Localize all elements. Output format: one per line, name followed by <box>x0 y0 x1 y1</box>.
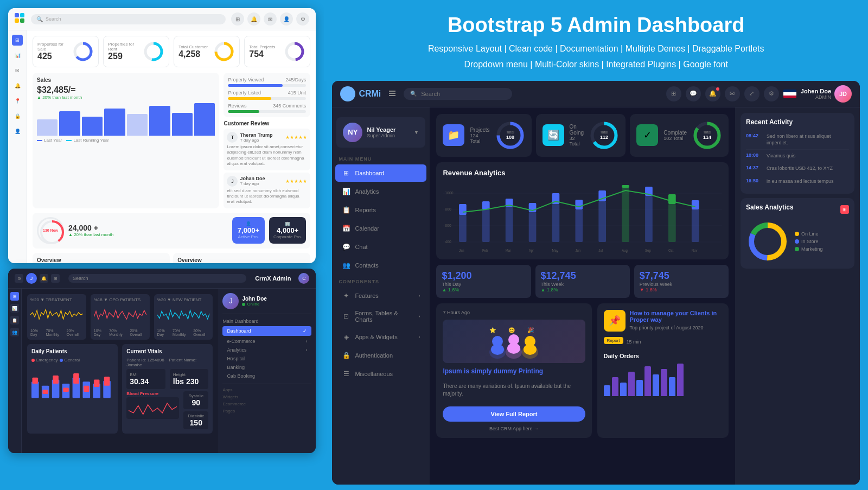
left-panel: 🔍 Search ⊞ 🔔 ✉ 👤 ⚙ ⊞ 📊 ✉ 🔔 📍 <box>0 0 324 490</box>
contacts-icon: 👥 <box>342 261 350 270</box>
bss-expand[interactable]: ⊞ <box>51 274 60 283</box>
svg-rect-3 <box>20 18 24 23</box>
projects-stat-label: Projects <box>470 127 489 133</box>
svg-rect-56 <box>482 201 490 209</box>
ss-lock-icon[interactable]: 🔒 <box>12 111 23 122</box>
ss-user-ss-icon[interactable]: 👤 <box>12 126 23 137</box>
ss-sales-label: Sales <box>37 77 215 83</box>
ss-pin-icon[interactable]: 📍 <box>12 96 23 106</box>
crm-chat-icon-hdr[interactable]: 💬 <box>686 86 701 101</box>
sidebar-item-reports[interactable]: 📋 Reports <box>335 201 426 219</box>
stat-day-change: ▲ 1.6% <box>442 287 525 292</box>
ss-cp-sub: Corporate Pro. <box>273 234 302 239</box>
settings-icon-ss[interactable]: ⚙ <box>296 12 309 26</box>
sidebar-item-auth[interactable]: 🔒 Authentication <box>335 347 426 364</box>
bss-menu-dashboard[interactable]: Dashboard ✓ <box>222 326 311 336</box>
bss-menu-ecommerce[interactable]: e-Commerce › <box>222 337 311 346</box>
ss-middle-section: Sales $32,485/= ▲ 20% than last month <box>33 73 310 208</box>
bss-s3-1: 10% Day <box>157 329 170 336</box>
ongoing-donut: Total 112 <box>589 120 619 150</box>
bss-content: %20 ▼ TREATMENT 10% Day 70% Monthly 20% … <box>22 289 218 453</box>
bss-sub-widgets[interactable]: Widgets <box>222 393 311 400</box>
bss-nav-3[interactable]: 📋 <box>10 316 19 324</box>
bss-menu-dash-check: ✓ <box>303 328 307 334</box>
crm-grid-icon[interactable]: ⊞ <box>666 86 681 101</box>
sidebar-item-features[interactable]: ✦ Features › <box>335 287 426 304</box>
bss-bell[interactable]: 🔔 <box>40 274 48 283</box>
sidebar-item-apps[interactable]: ◈ Apps & Widgets › <box>335 328 426 346</box>
do-bar-10 <box>677 364 684 396</box>
crm-search-bar[interactable]: 🔍 <box>404 88 512 100</box>
ongoing-stat-sub: 32 Total <box>570 136 584 147</box>
ss-chart-icon[interactable]: 📊 <box>12 50 23 61</box>
ss-ov1-title: Overview <box>37 257 165 263</box>
crm-search-input[interactable] <box>421 91 506 97</box>
svg-rect-65 <box>599 201 607 242</box>
bss-nav-2[interactable]: 📊 <box>10 304 19 313</box>
ss-search[interactable]: 🔍 Search <box>31 14 226 24</box>
sidebar-item-chat[interactable]: 💬 Chat <box>335 238 426 256</box>
ss-stat-4-label: Total Projects <box>249 44 280 49</box>
legend-instore-dot <box>795 239 799 244</box>
bss-menu-banking[interactable]: Banking <box>222 363 311 372</box>
bss-menu-analytics[interactable]: Analytics › <box>222 346 311 354</box>
ss-cp-value: 4,000+ <box>273 226 302 234</box>
bss-sub-pages[interactable]: Pages <box>222 408 311 415</box>
do-bar-6 <box>644 366 651 396</box>
activity-3-time: 14:37 <box>746 165 762 172</box>
bss-menu-label: Main Dashboard <box>222 319 311 324</box>
bell-icon[interactable]: 🔔 <box>247 12 260 26</box>
crm-user-details: Johen Doe ADMIN <box>801 88 831 100</box>
ss-rev-bar <box>228 110 306 113</box>
bss-menu-cab[interactable]: Cab Booking <box>222 372 311 380</box>
svg-rect-54 <box>459 204 467 215</box>
bss-height-value: lbs 230 <box>173 377 206 386</box>
ss-mail-icon[interactable]: ✉ <box>12 65 23 76</box>
sidebar-item-analytics[interactable]: 📊 Analytics <box>335 183 426 200</box>
bar-3 <box>82 117 103 136</box>
bss-nav-4[interactable]: 👥 <box>10 328 19 336</box>
crm-expand-icon[interactable]: ⤢ <box>744 86 760 101</box>
sidebar-item-misc[interactable]: ☰ Miscellaneous <box>335 365 426 383</box>
sidebar-item-calendar[interactable]: 📅 Calendar <box>335 220 426 237</box>
bss-search[interactable]: Search <box>68 274 246 283</box>
rev-text-2: elit,sed diam nonummy nibh euismod tinci… <box>227 188 307 205</box>
mail-icon[interactable]: ✉ <box>264 12 277 26</box>
how-card-title: How to manage your Clients in Proper way <box>630 310 722 323</box>
sales-legend: On Line In Store Marketing <box>795 231 823 252</box>
rev-text-1: Lorem ipsum dolor sit amet,consectetur a… <box>227 144 307 167</box>
crm-mail-icon[interactable]: ✉ <box>725 86 740 101</box>
top-banner: Bootstrap 5 Admin Dashboard Responsive L… <box>324 0 868 81</box>
crm-settings-icon[interactable]: ⚙ <box>764 86 779 101</box>
ss-bell-icon[interactable]: 🔔 <box>12 80 23 91</box>
how-card-content: How to manage your Clients in Proper way… <box>630 310 722 334</box>
expand-icon[interactable]: ⊞ <box>231 12 244 26</box>
bss-bp-label: Blood Pressure <box>126 391 179 396</box>
hamburger-icon[interactable] <box>389 91 395 97</box>
ss-home-icon[interactable]: ⊞ <box>12 35 23 46</box>
sidebar-user-dropdown[interactable]: ▼ <box>413 129 419 135</box>
bss-nav-1[interactable]: ⊞ <box>10 292 19 301</box>
do-bar-4 <box>628 372 635 396</box>
activity-3: 14:37 Cras lobortis USD 412, to XYZ <box>746 162 849 175</box>
legend-online: On Line <box>795 231 823 237</box>
ss-stat-2-value: 259 <box>108 52 139 61</box>
sales-expand-icon[interactable]: ⊞ <box>840 205 849 214</box>
user-icon-ss[interactable]: 👤 <box>280 12 293 26</box>
bss-menu-hospital[interactable]: Hospital <box>222 354 311 363</box>
bss-sub-apps[interactable]: Apps <box>222 386 311 393</box>
ss-sidebar: ⊞ 📊 ✉ 🔔 📍 🔒 👤 <box>8 30 27 263</box>
illustration-svg: ⭐ 😊 🎉 <box>481 322 546 360</box>
bss-sub-ecommerce[interactable]: Ecommerce <box>222 400 311 408</box>
stat-day-label: This Day <box>442 282 525 287</box>
crm-bell-icon[interactable]: 🔔 <box>705 86 720 101</box>
sidebar-item-dashboard[interactable]: ⊞ Dashboard <box>335 164 426 182</box>
bss-icon-1[interactable]: ⚙ <box>15 274 23 283</box>
bss-header: ⚙ J 🔔 ⊞ Search CrmX Admin C <box>8 269 316 289</box>
do-bar-7 <box>653 374 659 396</box>
sidebar-item-forms[interactable]: ⊡ Forms, Tables & Charts › <box>335 306 426 327</box>
view-report-button[interactable]: View Full Report <box>443 406 585 422</box>
sidebar-item-contacts[interactable]: 👥 Contacts <box>335 257 426 274</box>
ss-donut-2 <box>143 41 164 62</box>
crm-sidebar: NY Nil Yeager Super Admin ▼ Main Menu ⊞ … <box>332 107 430 485</box>
